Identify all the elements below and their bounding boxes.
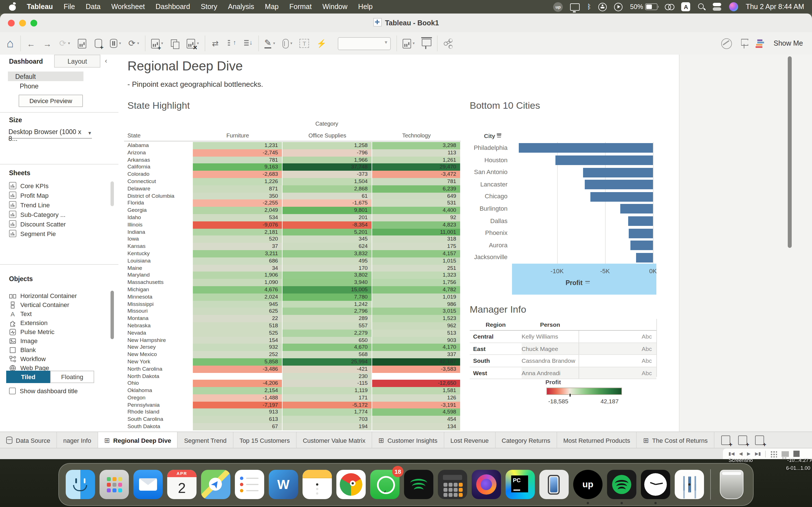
- finder-icon[interactable]: [66, 470, 95, 499]
- value-cell[interactable]: -115: [283, 380, 372, 387]
- run-auto-updates-button[interactable]: ⟳▾: [128, 37, 139, 50]
- value-cell[interactable]: 25,994: [283, 358, 372, 365]
- tab-most-returned-products[interactable]: Most Returned Products: [557, 432, 637, 448]
- show-me-icon[interactable]: [757, 37, 766, 50]
- value-cell[interactable]: 22: [193, 315, 283, 322]
- mail-icon[interactable]: [133, 470, 163, 499]
- tooltip-flag-icon[interactable]: [740, 37, 749, 50]
- menu-clock[interactable]: Thu 2 Apr 8:44 AM: [746, 3, 804, 11]
- spotify-alt-icon[interactable]: [607, 470, 637, 499]
- profit-axis-band[interactable]: -10K-5K0K Profit: [512, 264, 656, 295]
- show-me-button[interactable]: Show Me: [774, 40, 803, 47]
- objects-scrollbar[interactable]: [110, 291, 114, 339]
- value-cell[interactable]: 2,868: [283, 185, 372, 193]
- column-header-furniture[interactable]: Furniture: [193, 132, 283, 138]
- value-cell[interactable]: 4,598: [372, 409, 461, 416]
- show-sheet-sorter-icon[interactable]: [770, 450, 777, 457]
- value-cell[interactable]: 650: [283, 337, 372, 344]
- region-cell[interactable]: Central: [470, 331, 522, 342]
- show-mark-labels-button[interactable]: T: [300, 37, 309, 50]
- value-cell[interactable]: -7,197: [193, 401, 283, 409]
- value-cell[interactable]: 1,756: [372, 279, 461, 286]
- value-cell[interactable]: 4,676: [193, 286, 283, 293]
- state-cell[interactable]: Oregon: [124, 394, 193, 402]
- value-cell[interactable]: 1,226: [193, 178, 283, 185]
- value-cell[interactable]: -1,675: [283, 200, 372, 207]
- value-cell[interactable]: 945: [193, 300, 283, 308]
- sort-ascending-button[interactable]: [227, 37, 236, 50]
- value-cell[interactable]: 2,279: [283, 329, 372, 337]
- value-cell[interactable]: 1,906: [193, 272, 283, 279]
- value-cell[interactable]: -3,191: [372, 401, 461, 409]
- state-cell[interactable]: Colorado: [124, 171, 193, 178]
- value-cell[interactable]: 4,782: [372, 286, 461, 293]
- value-cell[interactable]: 2,049: [193, 207, 283, 214]
- menu-item-help[interactable]: Help: [358, 3, 372, 11]
- menu-item-tableau[interactable]: Tableau: [27, 3, 53, 11]
- reminders-icon[interactable]: [235, 470, 264, 499]
- profit-bar[interactable]: [630, 240, 653, 250]
- replay-button[interactable]: ⟳▾: [59, 37, 70, 50]
- state-cell[interactable]: New Mexico: [124, 351, 193, 358]
- city-label[interactable]: Philadelphia: [434, 142, 507, 154]
- value-cell[interactable]: 201: [283, 214, 372, 221]
- word-icon[interactable]: W: [269, 470, 298, 499]
- column-header-office-supplies[interactable]: Office Supplies: [283, 132, 372, 138]
- value-cell[interactable]: 134: [372, 423, 461, 431]
- value-cell[interactable]: 1,231: [193, 142, 283, 149]
- value-cell[interactable]: 3,832: [283, 250, 372, 258]
- value-cell[interactable]: 525: [193, 329, 283, 337]
- state-cell[interactable]: South Carolina: [124, 416, 193, 424]
- sheet-list-item[interactable]: Trend Line: [0, 200, 110, 210]
- menu-item-story[interactable]: Story: [201, 3, 217, 11]
- value-cell[interactable]: 154: [193, 337, 283, 344]
- state-cell[interactable]: Connecticut: [124, 178, 193, 185]
- object-item-extension[interactable]: Extension: [0, 318, 110, 327]
- value-cell[interactable]: 871: [193, 185, 283, 193]
- value-cell[interactable]: 2,024: [193, 293, 283, 300]
- abc-cell[interactable]: Abc: [578, 355, 656, 367]
- collapse-pane-icon[interactable]: ‹: [105, 57, 107, 65]
- state-cell[interactable]: Illinois: [124, 221, 193, 229]
- launchpad-icon[interactable]: [100, 470, 129, 499]
- sheet-list-item[interactable]: Discount Scatter: [0, 219, 110, 229]
- person-column-header[interactable]: Person: [522, 319, 578, 330]
- tab-top-15-customers[interactable]: Top 15 Customers: [233, 432, 297, 448]
- object-item-web-page[interactable]: Web Page: [0, 363, 110, 371]
- value-cell[interactable]: 1,242: [283, 300, 372, 308]
- sheets-scrollbar[interactable]: [110, 181, 114, 206]
- person-cell[interactable]: Chuck Magee: [522, 343, 578, 354]
- value-cell[interactable]: 1,323: [372, 272, 461, 279]
- tiled-button[interactable]: Tiled: [6, 371, 50, 383]
- value-cell[interactable]: 3,940: [283, 279, 372, 286]
- value-cell[interactable]: 513: [372, 329, 461, 337]
- profit-bar[interactable]: [555, 156, 653, 165]
- value-cell[interactable]: 9,801: [283, 207, 372, 214]
- value-cell[interactable]: 1,504: [283, 178, 372, 185]
- value-cell[interactable]: 2,154: [193, 387, 283, 394]
- spotlight-search-icon[interactable]: [698, 3, 706, 11]
- state-cell[interactable]: New Hampshire: [124, 337, 193, 344]
- tab-data-source[interactable]: Data Source: [0, 432, 57, 448]
- abc-cell[interactable]: Abc: [578, 331, 656, 342]
- swap-rows-columns-button[interactable]: ⇄: [211, 37, 220, 50]
- value-cell[interactable]: 1,966: [283, 156, 372, 164]
- highlight-button[interactable]: ✎▾: [264, 37, 275, 50]
- state-cell[interactable]: Minnesota: [124, 293, 193, 300]
- value-cell[interactable]: 781: [193, 156, 283, 164]
- object-item-blank[interactable]: Blank: [0, 345, 110, 354]
- region-column-header[interactable]: Region: [470, 319, 522, 330]
- value-cell[interactable]: -12,650: [372, 380, 461, 387]
- value-cell[interactable]: 34: [193, 265, 283, 272]
- device-preview-toolbar-icon[interactable]: [721, 37, 732, 50]
- desktop-file-label[interactable]: -10...4.27 A: [787, 457, 812, 463]
- state-cell[interactable]: Delaware: [124, 185, 193, 193]
- new-worksheet-button[interactable]: ▾: [151, 37, 163, 50]
- value-cell[interactable]: 903: [372, 337, 461, 344]
- device-default-item[interactable]: Default: [8, 71, 84, 81]
- object-item-text[interactable]: AText: [0, 309, 110, 318]
- value-cell[interactable]: 345: [283, 236, 372, 243]
- profit-bar[interactable]: [628, 216, 653, 226]
- profit-bar[interactable]: [620, 204, 653, 214]
- device-preview-button[interactable]: Device Preview: [18, 95, 83, 107]
